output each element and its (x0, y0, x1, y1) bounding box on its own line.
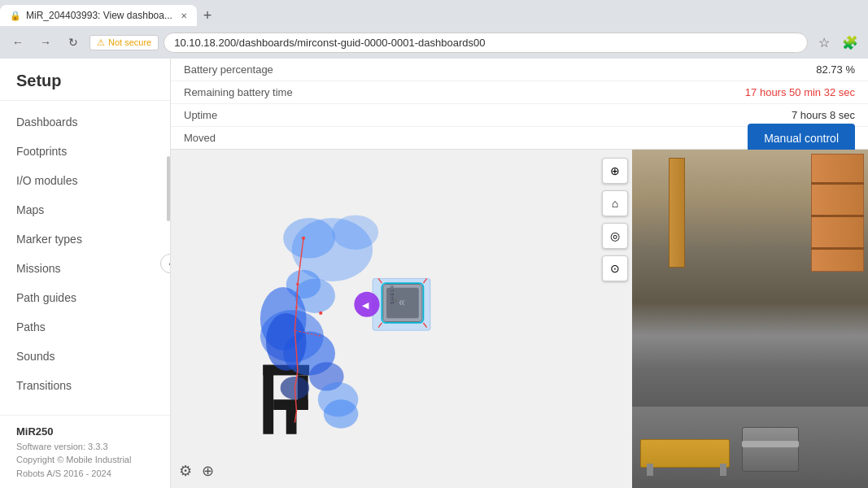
reload-button[interactable]: ↻ (62, 31, 85, 54)
toolbar-actions: ☆ 🧩 (813, 31, 861, 54)
bookmark-button[interactable]: ☆ (813, 31, 835, 54)
security-label: Not secure (108, 37, 151, 47)
active-tab[interactable]: 🔒 MiR_204403993: View dashboa... ✕ (0, 5, 197, 26)
tab-close-icon[interactable]: ✕ (181, 11, 187, 20)
stats-label-remaining: Remaining battery time (184, 86, 745, 98)
svg-point-21 (296, 283, 299, 286)
security-badge: ⚠ Not secure (89, 35, 159, 50)
camera-panel (632, 150, 868, 488)
svg-point-16 (266, 313, 307, 371)
svg-text:◀: ◀ (362, 300, 369, 310)
svg-point-18 (324, 399, 359, 428)
sidebar-item-label: Transitions (16, 379, 72, 392)
settings-tool-button[interactable]: ⚙ (179, 462, 192, 480)
sidebar-item-marker-types[interactable]: Marker types (0, 224, 170, 254)
svg-rect-4 (273, 399, 308, 410)
device-name: MiR250 (16, 424, 154, 440)
sidebar-item-sounds[interactable]: Sounds (0, 342, 170, 371)
svg-point-7 (283, 218, 335, 259)
browser-toolbar: ← → ↻ ⚠ Not secure 10.10.18.200/dashboar… (0, 26, 868, 59)
svg-text:«: « (399, 295, 405, 308)
forward-button[interactable]: → (34, 31, 57, 54)
map-bottom-toolbar: ⚙ ⊕ (179, 462, 214, 480)
sidebar-item-path-guides[interactable]: Path guides (0, 283, 170, 312)
app-layout: Setup Dashboards Footprints I/O modules … (0, 59, 868, 488)
camera-view (632, 150, 868, 488)
svg-point-8 (332, 215, 378, 250)
map-svg: « SHELF ◀ (171, 150, 632, 488)
marker-tool-button[interactable]: ⊙ (602, 255, 628, 281)
browser-chrome: 🔒 MiR_204403993: View dashboa... ✕ + ← →… (0, 0, 868, 59)
stats-value-battery: 82.73 % (816, 63, 855, 76)
sidebar-item-io-modules[interactable]: I/O modules (0, 166, 170, 195)
stats-label-uptime: Uptime (184, 109, 792, 121)
sidebar-item-transitions[interactable]: Transitions (0, 371, 170, 400)
new-tab-button[interactable]: + (197, 5, 218, 26)
sidebar-footer: MiR250 Software version: 3.3.3 Copyright… (0, 415, 170, 488)
svg-point-22 (295, 306, 298, 308)
sidebar-title: Setup (0, 59, 170, 101)
target-tool-button[interactable]: ◎ (602, 223, 628, 249)
svg-rect-1 (263, 365, 273, 434)
stats-bar: Battery percentage 82.73 % Remaining bat… (171, 59, 868, 150)
sidebar-item-label: Footprints (16, 145, 67, 158)
sidebar-item-label: Dashboards (16, 115, 78, 129)
main-content: Battery percentage 82.73 % Remaining bat… (171, 59, 868, 488)
software-version: Software version: 3.3.3 (16, 440, 154, 454)
stats-row-battery: Battery percentage 82.73 % (171, 59, 868, 81)
copyright-line2: Robots A/S 2016 - 2024 (16, 467, 154, 481)
crosshair-tool-button[interactable]: ⊕ (602, 158, 628, 184)
extensions-button[interactable]: 🧩 (839, 31, 861, 54)
map-viewport[interactable]: « SHELF ◀ (171, 150, 632, 488)
sidebar-item-paths[interactable]: Paths (0, 312, 170, 342)
map-container: « SHELF ◀ (171, 150, 868, 488)
sidebar-items: Dashboards Footprints I/O modules Maps M… (0, 101, 170, 415)
add-marker-tool-button[interactable]: ⊕ (202, 462, 214, 480)
stats-row-remaining: Remaining battery time 17 hours 50 min 3… (171, 81, 868, 104)
svg-text:✛: ✛ (393, 298, 398, 304)
svg-point-20 (302, 237, 305, 240)
sidebar-item-footprints[interactable]: Footprints (0, 137, 170, 166)
sidebar-item-missions[interactable]: Missions (0, 254, 170, 283)
url-bar[interactable]: 10.10.18.200/dashboards/mirconst-guid-00… (164, 33, 808, 53)
home-tool-button[interactable]: ⌂ (602, 190, 628, 216)
sidebar-item-dashboards[interactable]: Dashboards (0, 107, 170, 137)
stats-label-moved: Moved (184, 132, 812, 144)
manual-control-button[interactable]: Manual control (748, 124, 855, 153)
stats-label-battery: Battery percentage (184, 63, 816, 76)
back-button[interactable]: ← (7, 31, 29, 54)
copyright-line1: Copyright © Mobile Industrial (16, 453, 154, 467)
browser-tabs: 🔒 MiR_204403993: View dashboa... ✕ + (0, 0, 868, 26)
sidebar-item-label: Maps (16, 203, 44, 216)
sidebar-item-label: Marker types (16, 233, 82, 246)
sidebar-item-label: Missions (16, 262, 60, 275)
sidebar-scrollbar[interactable] (167, 156, 170, 221)
warning-icon: ⚠ (97, 37, 105, 48)
sidebar: Setup Dashboards Footprints I/O modules … (0, 59, 171, 488)
sidebar-item-label: Sounds (16, 350, 55, 363)
tab-title: MiR_204403993: View dashboa... (26, 10, 172, 21)
sidebar-item-label: Paths (16, 320, 46, 333)
sidebar-item-label: Path guides (16, 291, 76, 304)
svg-point-23 (319, 312, 322, 315)
sidebar-item-maps[interactable]: Maps (0, 195, 170, 224)
sidebar-item-label: I/O modules (16, 174, 77, 187)
map-toolbar: ⊕ ⌂ ◎ ⊙ (602, 158, 628, 281)
stats-value-uptime: 7 hours 8 sec (792, 109, 855, 121)
stats-value-remaining: 17 hours 50 min 32 sec (745, 86, 855, 98)
